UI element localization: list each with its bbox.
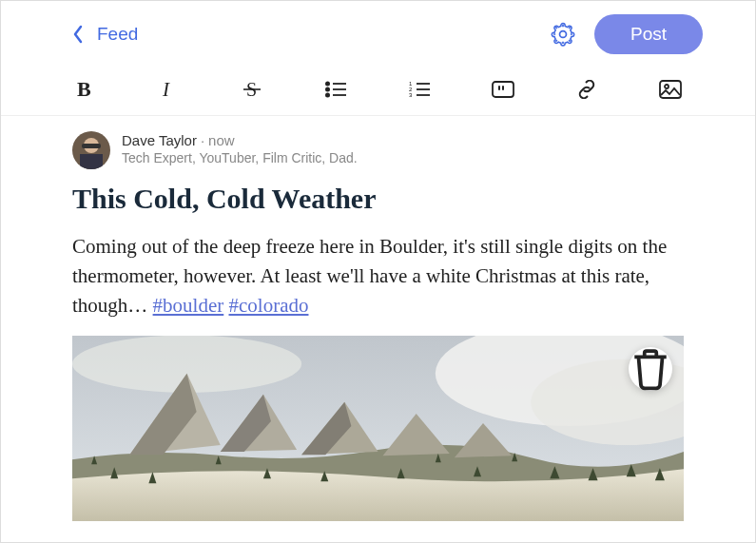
quote-button[interactable] <box>491 77 515 102</box>
hashtag-colorado[interactable]: #colorado <box>229 294 309 317</box>
formatting-toolbar: B I S 1 2 3 <box>1 64 755 116</box>
header-right: Post <box>551 14 703 54</box>
link-button[interactable] <box>574 77 599 102</box>
hashtag-boulder[interactable]: #boulder <box>153 294 224 317</box>
avatar[interactable] <box>72 131 110 169</box>
svg-text:I: I <box>162 79 170 100</box>
svg-rect-22 <box>82 144 101 148</box>
back-chevron-icon[interactable] <box>72 25 84 44</box>
feed-link[interactable]: Feed <box>97 24 138 45</box>
post-button[interactable]: Post <box>594 14 703 54</box>
author-name[interactable]: Dave Taylor <box>122 132 197 148</box>
author-tagline: Tech Expert, YouTuber, Film Critic, Dad. <box>122 150 358 165</box>
post-body[interactable]: Coming out of the deep freeze here in Bo… <box>72 232 684 320</box>
post-title[interactable]: This Cold, Cold Weather <box>72 183 684 215</box>
separator-dot: · <box>197 132 208 148</box>
author-row: Dave Taylor·now Tech Expert, YouTuber, F… <box>72 131 684 169</box>
settings-gear-icon[interactable] <box>551 22 575 47</box>
timestamp: now <box>208 132 235 148</box>
image-button[interactable] <box>658 77 683 102</box>
italic-button[interactable]: I <box>156 77 181 102</box>
trash-icon <box>629 347 672 391</box>
svg-rect-18 <box>660 81 681 98</box>
svg-text:B: B <box>77 79 91 100</box>
header-left: Feed <box>72 24 138 45</box>
bold-button[interactable]: B <box>72 77 97 102</box>
numbered-list-button[interactable]: 1 2 3 <box>407 77 432 102</box>
svg-point-5 <box>326 82 329 85</box>
header-bar: Feed Post <box>1 1 755 64</box>
svg-point-9 <box>326 93 329 96</box>
bulleted-list-button[interactable] <box>323 77 348 102</box>
svg-point-19 <box>665 85 669 88</box>
svg-text:3: 3 <box>409 92 413 98</box>
strikethrough-button[interactable]: S <box>240 77 264 102</box>
svg-point-7 <box>326 87 329 90</box>
svg-rect-23 <box>80 154 103 169</box>
attached-image[interactable] <box>72 336 684 521</box>
post-editor: Dave Taylor·now Tech Expert, YouTuber, F… <box>1 116 755 521</box>
delete-image-button[interactable] <box>629 347 672 391</box>
author-meta: Dave Taylor·now Tech Expert, YouTuber, F… <box>122 131 358 165</box>
svg-point-0 <box>560 31 567 38</box>
